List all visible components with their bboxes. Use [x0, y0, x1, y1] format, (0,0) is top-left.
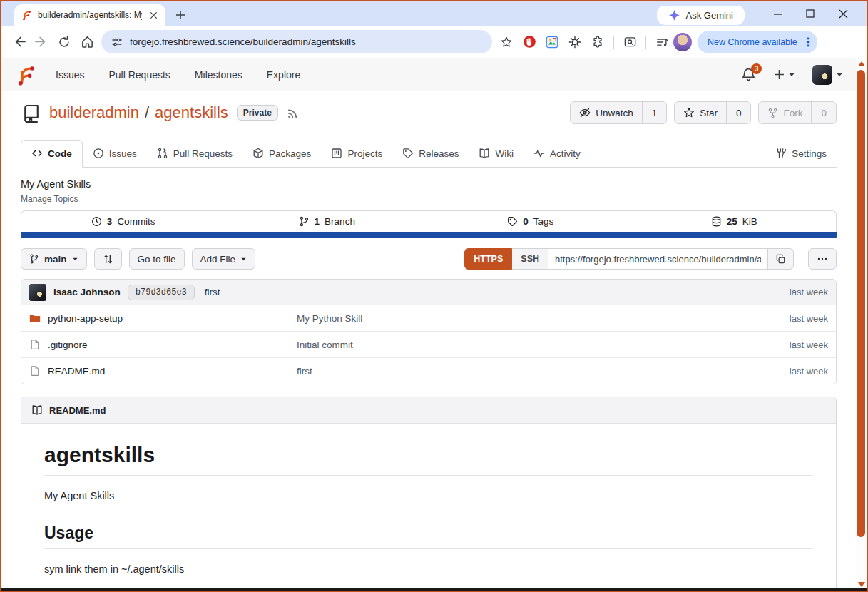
branch-icon [299, 216, 310, 227]
repo-title: builderadmin / agentskills [49, 103, 228, 122]
chrome-profile-avatar[interactable] [673, 33, 692, 51]
minimize-button[interactable] [761, 3, 794, 24]
go-to-file-button[interactable]: Go to file [129, 248, 185, 270]
clone-url-group: HTTPS SSH [464, 248, 794, 270]
repo-header: builderadmin / agentskills Private [21, 101, 837, 124]
forgejo-navbar: Issues Pull Requests Milestones Explore … [1, 58, 856, 91]
tab-wiki[interactable]: Wiki [469, 141, 524, 167]
language-bar[interactable] [21, 232, 837, 238]
tab-close-icon[interactable] [148, 9, 159, 21]
file-commit-message[interactable]: My Python Skill [297, 313, 790, 324]
screenshot-extension-icon[interactable] [541, 31, 563, 53]
notifications-button[interactable]: 3 [741, 67, 757, 83]
commit-message[interactable]: first [205, 287, 220, 297]
tags-stat[interactable]: 0Tags [429, 211, 633, 232]
star-button[interactable]: Star [675, 102, 726, 123]
page-scrollbar[interactable] [856, 58, 867, 588]
new-tab-button[interactable] [171, 6, 190, 24]
ssh-clone-button[interactable]: SSH [512, 248, 548, 270]
fork-button[interactable]: Fork [759, 102, 811, 123]
file-link[interactable]: .gitignore [29, 339, 297, 350]
repo-icon [21, 102, 42, 123]
chevron-down-icon [72, 256, 78, 262]
bookmark-star-icon[interactable] [495, 31, 518, 53]
back-button[interactable] [7, 31, 30, 53]
tab-search-icon[interactable] [618, 31, 641, 53]
tab-packages[interactable]: Packages [242, 141, 321, 167]
readme-usage-text: sym link them in ~/.agent/skills [44, 563, 813, 575]
ask-gemini-button[interactable]: Ask Gemini [657, 6, 745, 25]
add-file-button[interactable]: Add File [192, 248, 256, 270]
chevron-down-icon [788, 71, 795, 78]
readme-title-heading: agentskills [44, 442, 813, 476]
commit-author-avatar[interactable] [29, 284, 46, 301]
window-controls-divider [755, 8, 755, 19]
tab-code[interactable]: Code [21, 140, 83, 168]
chrome-menu-kebab-icon[interactable] [803, 36, 813, 48]
more-options-button[interactable] [808, 248, 837, 270]
nav-link-explore[interactable]: Explore [267, 69, 300, 81]
browser-tab[interactable]: builderadmin/agentskills: My Ag [14, 4, 165, 26]
commit-author-name[interactable]: Isaac Johnson [53, 287, 121, 297]
watchers-count[interactable]: 1 [642, 102, 667, 123]
file-commit-message[interactable]: Initial commit [297, 340, 790, 350]
clone-url-input[interactable] [548, 248, 768, 270]
branches-stat[interactable]: 1Branch [225, 211, 429, 232]
repo-size-stat[interactable]: 25KiB [633, 211, 837, 232]
maximize-button[interactable] [794, 3, 827, 24]
fork-icon [767, 108, 778, 118]
url-text: forgejo.freshbrewed.science/builderadmin… [130, 36, 356, 47]
tab-issues[interactable]: Issues [83, 141, 147, 167]
new-chrome-available-button[interactable]: New Chrome available [698, 31, 817, 53]
tab-activity[interactable]: Activity [524, 141, 591, 167]
rss-icon[interactable] [287, 107, 299, 119]
branch-icon [29, 254, 39, 264]
user-menu-button[interactable] [812, 65, 843, 85]
history-clock-icon [91, 216, 102, 227]
nav-link-pull-requests[interactable]: Pull Requests [108, 69, 170, 81]
media-controls-icon[interactable] [650, 31, 673, 53]
stars-count[interactable]: 0 [726, 102, 751, 123]
close-window-button[interactable] [827, 3, 859, 24]
new-chrome-label: New Chrome available [708, 37, 797, 47]
nav-link-milestones[interactable]: Milestones [195, 69, 242, 81]
compare-branches-button[interactable] [94, 248, 122, 270]
scroll-up-arrow[interactable] [858, 61, 865, 66]
address-bar[interactable]: forgejo.freshbrewed.science/builderadmin… [101, 30, 492, 53]
scrollbar-thumb[interactable] [857, 70, 865, 537]
readme-header: README.md [21, 397, 836, 424]
tab-projects[interactable]: Projects [321, 141, 392, 167]
sun-extension-icon[interactable] [563, 31, 586, 53]
adblock-extension-icon[interactable] [518, 31, 541, 53]
create-new-button[interactable] [774, 69, 795, 80]
forks-count[interactable]: 0 [811, 102, 836, 123]
file-row: README.md first last week [21, 357, 836, 384]
scroll-down-arrow[interactable] [858, 582, 865, 587]
manage-topics-link[interactable]: Manage Topics [21, 194, 837, 204]
tab-releases[interactable]: Releases [392, 141, 469, 167]
copy-url-button[interactable] [768, 248, 794, 270]
file-link[interactable]: README.md [29, 365, 297, 377]
repo-name-link[interactable]: agentskills [155, 103, 228, 122]
extensions-puzzle-icon[interactable] [586, 31, 609, 53]
nav-link-issues[interactable]: Issues [56, 69, 84, 81]
tab-pull-requests[interactable]: Pull Requests [147, 141, 242, 167]
unwatch-button[interactable]: Unwatch [571, 102, 642, 123]
tab-settings[interactable]: Settings [765, 141, 837, 167]
commits-stat[interactable]: 3Commits [21, 211, 225, 232]
https-clone-button[interactable]: HTTPS [464, 248, 512, 270]
file-link[interactable]: python-app-setup [29, 312, 297, 324]
site-info-icon[interactable] [111, 36, 123, 48]
home-button[interactable] [76, 31, 98, 53]
file-commit-message[interactable]: first [297, 366, 790, 377]
forgejo-logo[interactable] [14, 63, 37, 86]
repo-owner-link[interactable]: builderadmin [49, 103, 139, 122]
package-icon [252, 148, 264, 159]
forward-button[interactable] [30, 31, 53, 53]
notification-count-badge: 3 [751, 63, 762, 74]
branch-selector[interactable]: main [21, 248, 87, 270]
commit-hash-link[interactable]: b79d3d65e3 [128, 285, 195, 300]
forgejo-page: Issues Pull Requests Milestones Explore … [1, 58, 867, 591]
reload-button[interactable] [53, 31, 76, 53]
browser-toolbar: forgejo.freshbrewed.science/builderadmin… [1, 26, 867, 58]
